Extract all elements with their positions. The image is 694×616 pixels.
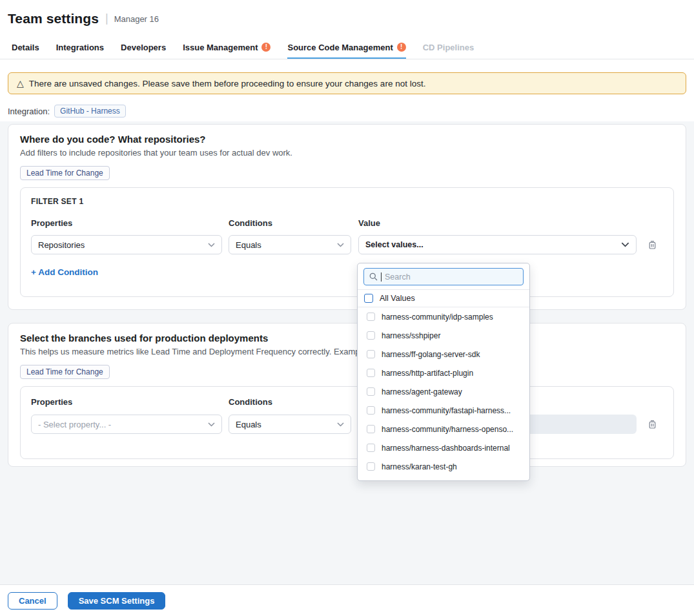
- branches-card-title: Select the branches used for production …: [20, 333, 674, 344]
- repository-checkbox[interactable]: [367, 313, 375, 321]
- tab-source-code-management[interactable]: Source Code Management !: [287, 37, 405, 59]
- tab-developers[interactable]: Developers: [121, 37, 166, 59]
- conditions-column-label: Conditions: [229, 218, 351, 228]
- repository-option[interactable]: harness/sshpiper: [358, 326, 529, 345]
- lead-time-chip: Lead Time for Change: [20, 365, 110, 379]
- repository-option-label: harness-community/fastapi-harness...: [382, 406, 511, 415]
- repository-option[interactable]: harness/karan-test-gh: [358, 457, 529, 476]
- branches-filter-box: Properties Conditions - Select property.…: [20, 386, 674, 459]
- properties-column-label: Properties: [31, 397, 222, 407]
- search-placeholder: Search: [385, 272, 411, 282]
- repository-option-label: harness/sshpiper: [382, 331, 440, 340]
- dropdown-search-area: Search: [358, 263, 529, 289]
- repository-option-label: harness/harness-dashboards-internal: [382, 444, 510, 453]
- save-scm-settings-button[interactable]: Save SCM Settings: [68, 592, 166, 610]
- unsaved-warning-badge-icon: !: [261, 43, 270, 52]
- integration-row: Integration: GitHub - Harness: [8, 105, 126, 118]
- integration-chip: GitHub - Harness: [54, 105, 126, 118]
- filter-set-1-row: Repositories Equals Select values...: [31, 235, 663, 254]
- repository-checkbox[interactable]: [367, 425, 375, 433]
- repository-option[interactable]: harness/ff-golang-server-sdk: [358, 345, 529, 364]
- repository-option-label: harness-community/harness-openso...: [382, 425, 513, 434]
- team-name-label: Manager 16: [114, 14, 159, 24]
- repository-checkbox[interactable]: [367, 331, 375, 340]
- tab-details-label: Details: [12, 43, 39, 52]
- repository-option[interactable]: harness/agent-gateway: [358, 382, 529, 401]
- delete-condition-button[interactable]: [641, 415, 663, 434]
- tab-cd-pipelines: CD Pipelines: [423, 37, 474, 59]
- warning-triangle-icon: △: [17, 79, 24, 88]
- trash-icon: [648, 240, 657, 250]
- banner-message: There are unsaved changes. Please save t…: [29, 79, 426, 88]
- chevron-down-icon: [208, 243, 215, 247]
- chevron-down-icon: [337, 243, 344, 247]
- tab-issue-management-label: Issue Management: [183, 43, 258, 52]
- filter-set-1-column-labels: Properties Conditions Value: [31, 218, 663, 228]
- filter-set-1: FILTER SET 1 Properties Conditions Value…: [20, 187, 674, 297]
- all-values-label: All Values: [380, 294, 415, 303]
- all-values-checkbox[interactable]: [364, 294, 373, 303]
- team-settings-page: Team settings | Manager 16 Details Integ…: [0, 0, 694, 616]
- footer-actions: Cancel Save SCM Settings: [0, 584, 694, 616]
- text-cursor: [381, 272, 382, 282]
- repositories-card: Where do you code? What repositories? Ad…: [8, 124, 686, 310]
- value-dropdown-panel: Search All Values harness-community/idp-…: [357, 263, 530, 481]
- chevron-down-icon: [208, 422, 215, 427]
- repository-option[interactable]: harness/harness-dashboards-internal: [358, 438, 529, 457]
- tab-integrations-label: Integrations: [56, 43, 104, 52]
- repository-option-label: harness/karan-test-gh: [382, 462, 457, 471]
- property-select-value: Repositories: [38, 240, 85, 250]
- repositories-card-subtitle: Add filters to include repositories that…: [20, 148, 674, 158]
- repository-option-label: harness/agent-gateway: [382, 387, 462, 396]
- repository-option-label: harness/...: [382, 481, 418, 482]
- tab-integrations[interactable]: Integrations: [56, 37, 104, 59]
- repository-option[interactable]: harness/http-artifact-plugin: [358, 364, 529, 382]
- repository-options-list: harness-community/idp-samples harness/ss…: [358, 307, 529, 481]
- repository-checkbox[interactable]: [367, 387, 375, 396]
- repository-checkbox[interactable]: [367, 369, 375, 377]
- repository-checkbox[interactable]: [367, 444, 375, 452]
- repository-checkbox[interactable]: [367, 350, 375, 358]
- delete-condition-button[interactable]: [641, 235, 663, 254]
- repository-option-label: harness/ff-golang-server-sdk: [382, 350, 480, 359]
- branches-card-subtitle: This helps us measure metrics like Lead …: [20, 347, 674, 356]
- condition-select-value: Equals: [236, 240, 261, 250]
- branch-condition-value: Equals: [236, 420, 261, 429]
- unsaved-changes-banner: △﻿ There are unsaved changes. Please sav…: [8, 72, 686, 94]
- repository-option[interactable]: harness/...: [358, 476, 529, 481]
- integration-label: Integration:: [8, 107, 50, 116]
- trash-icon: [648, 419, 657, 429]
- tab-source-code-management-label: Source Code Management: [287, 43, 393, 52]
- settings-tabbar: Details Integrations Developers Issue Ma…: [0, 37, 694, 59]
- branch-condition-select[interactable]: Equals: [229, 415, 351, 434]
- chevron-down-icon: [621, 242, 629, 247]
- filter-set-1-title: FILTER SET 1: [31, 197, 663, 206]
- value-multiselect-placeholder: Select values...: [365, 240, 424, 249]
- dropdown-search-input[interactable]: Search: [363, 268, 524, 285]
- property-select[interactable]: Repositories: [31, 235, 222, 254]
- value-column-label: Value: [358, 218, 637, 228]
- tab-issue-management[interactable]: Issue Management !: [183, 37, 270, 59]
- condition-select[interactable]: Equals: [229, 235, 351, 254]
- unsaved-warning-badge-icon: !: [397, 43, 406, 52]
- repository-option-label: harness/http-artifact-plugin: [382, 369, 473, 378]
- add-condition-link[interactable]: + Add Condition: [31, 267, 98, 277]
- search-icon: [369, 272, 378, 281]
- conditions-column-label: Conditions: [229, 397, 351, 407]
- repository-option[interactable]: harness-community/fastapi-harness...: [358, 401, 529, 420]
- repository-checkbox[interactable]: [367, 406, 375, 415]
- page-header: Team settings | Manager 16: [0, 0, 694, 37]
- value-multiselect[interactable]: Select values...: [358, 235, 637, 254]
- all-values-option[interactable]: All Values: [358, 290, 529, 307]
- repositories-card-title: Where do you code? What repositories?: [20, 134, 674, 145]
- repository-option[interactable]: harness-community/idp-samples: [358, 307, 529, 326]
- branches-filter-row: - Select property... - Equals: [31, 415, 663, 434]
- repository-checkbox[interactable]: [367, 462, 375, 471]
- tab-cd-pipelines-label: CD Pipelines: [423, 43, 474, 52]
- repository-option-label: harness-community/idp-samples: [382, 313, 493, 322]
- cancel-button[interactable]: Cancel: [8, 592, 57, 610]
- repository-option[interactable]: harness-community/harness-openso...: [358, 420, 529, 438]
- tab-details[interactable]: Details: [12, 37, 39, 59]
- branch-property-select[interactable]: - Select property... -: [31, 415, 222, 434]
- tab-developers-label: Developers: [121, 43, 166, 52]
